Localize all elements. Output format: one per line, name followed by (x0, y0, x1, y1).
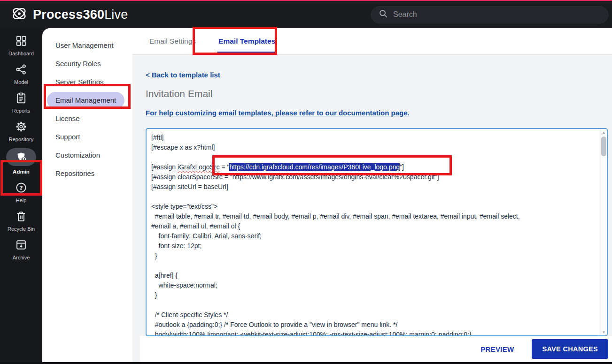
primary-sidebar: DashboardModelReportsRepositoryAdmin?Hel… (0, 28, 42, 362)
code-text: white-space:normal; (151, 281, 217, 289)
code-line: #email table, #email tr, #email td, #ema… (151, 212, 600, 221)
submenu-item-customization[interactable]: Customization (47, 148, 108, 162)
search-box (371, 6, 608, 23)
sidebar-item-label: Dashboard (8, 51, 34, 56)
preview-button[interactable]: PREVIEW (480, 345, 514, 353)
sidebar-item-model[interactable]: Model (0, 62, 42, 85)
sidebar-item-archive[interactable]: Archive (0, 238, 42, 260)
submenu-item-license[interactable]: License (47, 112, 88, 126)
sidebar-item-dashboard[interactable]: Dashboard (0, 34, 42, 56)
code-line: [#ftl] (151, 133, 600, 143)
brand: Process360Live (10, 5, 128, 24)
sidebar-item-help[interactable]: ?Help (0, 181, 42, 203)
page-title: Invitation Email (146, 88, 612, 99)
code-text: [#assign (151, 163, 178, 171)
code-line: <style type="text/css"> (151, 202, 600, 212)
selected-url-text: https://cdn.igrafxcloud.com/res/images/P… (229, 163, 400, 171)
sidebar-item-repository[interactable]: Repository (0, 120, 42, 142)
code-line: font-family: Calibri, Arial, sans-serif; (151, 231, 600, 241)
code-line (151, 261, 600, 271)
code-text: [#assign siteUrl = baseUrl] (151, 183, 228, 190)
code-text: body{width:100% !important; -webkit-text… (151, 331, 472, 335)
sidebar-item-label: Archive (13, 255, 30, 260)
sidebar-item-reports[interactable]: Reports (0, 91, 42, 114)
scroll-up-arrow-icon[interactable]: ▲ (600, 129, 607, 136)
code-line (151, 152, 600, 162)
code-text: #outlook a {padding:0;} /* Force Outlook… (151, 321, 397, 328)
sidebar-item-label: Admin (13, 169, 30, 174)
code-line: #email a, #email ul, #email ol { (151, 221, 600, 231)
tab-email-templates[interactable]: Email Templates (207, 28, 287, 54)
submenu-item-support[interactable]: Support (47, 130, 89, 144)
code-line: /* Client-specific Styles */ (151, 310, 600, 320)
submenu-item-user-management[interactable]: User Management (47, 38, 122, 53)
code-text: font-family: Calibri, Arial, sans-serif; (151, 232, 262, 240)
code-text: a[href] { (151, 272, 178, 279)
code-line: font-size: 12pt; (151, 241, 600, 251)
editor-footer: PREVIEW SAVE CHANGES (140, 336, 612, 362)
code-text: font-size: 12pt; (151, 242, 201, 250)
submenu-item-email-management[interactable]: Email Management (47, 92, 124, 109)
recycle-bin-icon (15, 209, 27, 223)
sidebar-item-label: Recycle Bin (8, 226, 35, 232)
code-text: [#ftl] (151, 134, 163, 141)
documentation-link[interactable]: For help customizing email templates, pl… (146, 109, 410, 117)
help-icon: ? (15, 181, 27, 195)
code-line: a[href] { (151, 271, 600, 281)
app-title: Process360Live (33, 8, 128, 22)
tab-bar: Email SettingsEmail Templates (132, 28, 612, 55)
app-window: Process360Live DashboardModelReportsRepo… (0, 0, 612, 364)
scrollbar-thumb[interactable] (601, 136, 606, 156)
reports-icon (15, 91, 27, 105)
dashboard-icon (15, 34, 27, 48)
submenu-item-repositories[interactable]: Repositories (47, 167, 103, 181)
code-line: [#assign siteUrl = baseUrl] (151, 182, 600, 192)
code-line: white-space:normal; (151, 281, 600, 290)
save-changes-button[interactable]: SAVE CHANGES (532, 339, 608, 359)
code-text: } (151, 252, 157, 259)
archive-icon (15, 238, 27, 252)
code-line: [#escape x as x?html] (151, 143, 600, 152)
back-to-template-list-link[interactable]: < Back to template list (146, 71, 220, 79)
misspelled-token: iGrafxLogoSrc (178, 163, 219, 171)
code-text: /* Client-specific Styles */ (151, 311, 228, 318)
search-input[interactable] (393, 10, 601, 19)
email-template-content: < Back to template list Invitation Email… (132, 55, 612, 336)
template-code: [#ftl][#escape x as x?html] [#assign iGr… (147, 129, 600, 335)
repository-icon (15, 120, 27, 134)
admin-submenu: User ManagementSecurity RolesServer Sett… (42, 28, 132, 362)
code-text: #email table, #email tr, #email td, #ema… (151, 212, 520, 220)
code-text: [#assign clearSpacerSrc = "https://www.i… (151, 173, 439, 181)
submenu-item-security-roles[interactable]: Security Roles (47, 57, 109, 71)
code-text: <style type="text/css"> (151, 203, 217, 210)
submenu-item-server-settings[interactable]: Server Settings (47, 75, 112, 89)
code-line: [#assign clearSpacerSrc = "https://www.i… (151, 172, 600, 182)
model-icon (15, 62, 27, 76)
code-line (151, 192, 600, 202)
code-line: body{width:100% !important; -webkit-text… (151, 330, 600, 335)
code-text: = " (220, 163, 230, 171)
code-text: #email a, #email ul, #email ol { (151, 222, 240, 230)
svg-text:?: ? (19, 184, 23, 191)
app-logo-icon (10, 5, 28, 24)
template-code-editor[interactable]: [#ftl][#escape x as x?html] [#assign iGr… (146, 128, 608, 336)
top-bar: Process360Live (0, 1, 612, 28)
scroll-down-arrow-icon[interactable]: ▼ (600, 329, 607, 335)
code-line: [#assign iGrafxLogoSrc = "https://cdn.ig… (151, 162, 600, 172)
code-text: "] (400, 163, 404, 171)
code-line: } (151, 290, 600, 300)
search-icon (378, 8, 388, 21)
sidebar-item-recycle-bin[interactable]: Recycle Bin (0, 209, 42, 232)
code-line (151, 300, 600, 310)
code-line: #outlook a {padding:0;} /* Force Outlook… (151, 320, 600, 330)
code-line: } (151, 251, 600, 261)
code-text: } (151, 291, 157, 299)
editor-scrollbar[interactable]: ▲ ▼ (600, 129, 607, 335)
main-pane: Email SettingsEmail Templates < Back to … (132, 28, 612, 362)
sidebar-item-label: Reports (12, 108, 31, 114)
bottom-border (0, 362, 612, 364)
sidebar-item-label: Help (16, 197, 27, 203)
sidebar-item-admin[interactable]: Admin (0, 148, 42, 174)
tab-email-settings[interactable]: Email Settings (138, 28, 207, 54)
admin-shield-icon (6, 148, 36, 166)
